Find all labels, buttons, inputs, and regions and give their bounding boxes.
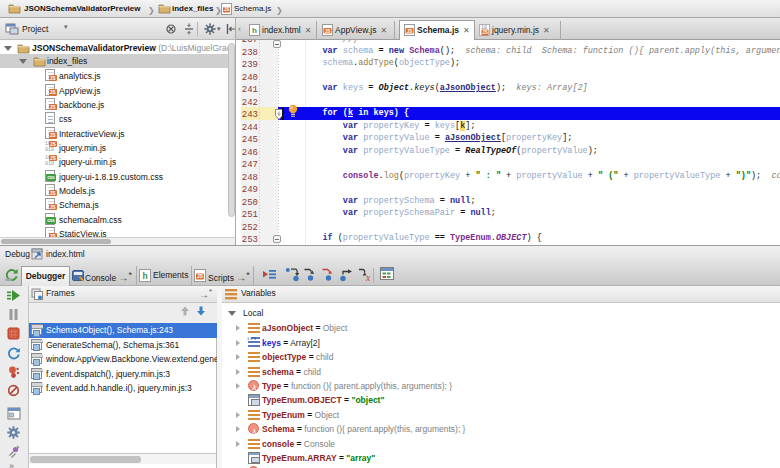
svg-text:JS: JS [325, 29, 331, 34]
svg-text:JS: JS [197, 273, 204, 279]
svg-text:JS: JS [482, 30, 488, 35]
svg-text:x: x [365, 273, 371, 283]
svg-text:JS: JS [224, 7, 230, 12]
svg-text:JS: JS [407, 29, 413, 34]
svg-text:h: h [252, 26, 257, 35]
svg-text:h: h [142, 271, 147, 281]
